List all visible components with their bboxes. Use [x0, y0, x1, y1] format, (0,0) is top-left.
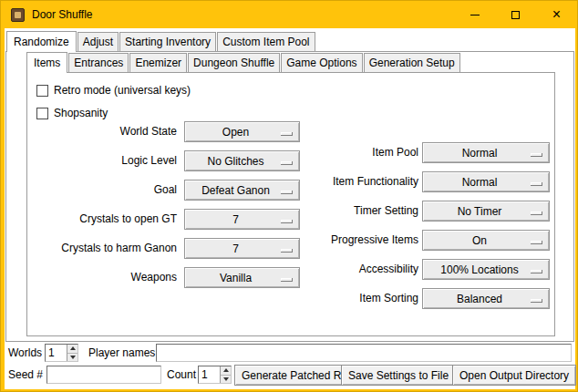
spin-down-icon — [70, 356, 76, 359]
option-row: Logic Level No Glitches Item Functionali… — [27, 150, 554, 171]
world-state-label: World State — [27, 121, 177, 142]
logic-level-dropdown[interactable]: No Glitches — [184, 150, 300, 171]
dropdown-value: 7 — [232, 242, 252, 255]
spin-down-button[interactable] — [221, 375, 231, 384]
count-label: Count — [167, 366, 196, 384]
player-names-label: Player names — [88, 344, 155, 362]
dropdown-value: No Glitches — [207, 155, 276, 168]
dropdown-value: Open — [222, 126, 262, 139]
item-sorting-label: Item Sorting — [310, 288, 418, 309]
client-area: Randomize Adjust Starting Inventory Cust… — [5, 28, 575, 389]
worlds-label: Worlds — [8, 344, 42, 362]
close-icon: × — [552, 7, 561, 22]
goal-label: Goal — [27, 180, 177, 201]
inner-tabbar: Items Entrances Enemizer Dungeon Shuffle… — [26, 54, 460, 72]
maximize-button[interactable] — [495, 1, 536, 28]
dropdown-indicator-icon — [281, 278, 293, 282]
tab-dungeon-shuffle[interactable]: Dungeon Shuffle — [188, 53, 280, 72]
goal-dropdown[interactable]: Defeat Ganon — [184, 180, 300, 201]
checkbox-shopsanity[interactable]: Shopsanity — [36, 107, 108, 120]
window-title: Door Shuffle — [32, 8, 93, 21]
world-state-dropdown[interactable]: Open — [184, 121, 300, 142]
spin-down-icon — [223, 377, 229, 381]
option-row: Goal Defeat Ganon Timer Setting No Timer — [27, 180, 554, 201]
dropdown-value: Vanilla — [220, 272, 264, 284]
minimize-button[interactable] — [454, 1, 495, 28]
spin-up-button[interactable] — [67, 345, 77, 353]
option-row: Crystals to open GT 7 Progressive Items … — [27, 209, 554, 230]
checkbox-label: Retro mode (universal keys) — [54, 84, 191, 98]
dropdown-indicator-icon — [281, 161, 293, 165]
dropdown-indicator-icon — [281, 191, 293, 194]
checkbox-icon — [36, 85, 48, 97]
worlds-spinner[interactable]: 1 — [45, 344, 78, 362]
dropdown-value: 7 — [232, 213, 252, 226]
crystals-open-gt-label: Crystals to open GT — [27, 209, 177, 230]
logic-level-label: Logic Level — [27, 150, 177, 171]
crystals-harm-ganon-dropdown[interactable]: 7 — [184, 238, 300, 259]
checkbox-icon — [36, 108, 48, 119]
minimize-icon — [470, 15, 480, 15]
window-controls: × — [454, 1, 577, 28]
option-row: Crystals to harm Ganon 7 Accessibility 1… — [27, 238, 554, 259]
checkbox-label: Shopsanity — [54, 107, 108, 120]
save-settings-button[interactable]: Save Settings to File — [341, 365, 456, 386]
spin-up-button[interactable] — [221, 366, 231, 375]
dropdown-indicator-icon — [281, 220, 293, 223]
count-value: 1 — [199, 366, 220, 383]
checkbox-retro-mode[interactable]: Retro mode (universal keys) — [36, 84, 191, 98]
tab-entrances[interactable]: Entrances — [68, 53, 129, 72]
dropdown-indicator-icon — [281, 249, 293, 253]
spin-up-icon — [223, 368, 229, 372]
app-icon — [11, 8, 25, 22]
dropdown-indicator-icon — [531, 299, 542, 303]
items-pane: Retro mode (universal keys) Shopsanity W… — [26, 72, 555, 336]
worlds-value: 1 — [46, 345, 67, 361]
item-sorting-dropdown[interactable]: Balanced — [422, 288, 550, 309]
spinner-arrows — [220, 366, 231, 383]
weapons-dropdown[interactable]: Vanilla — [184, 267, 300, 288]
tab-adjust[interactable]: Adjust — [77, 32, 119, 51]
seed-label: Seed # — [8, 366, 43, 384]
weapons-label: Weapons — [27, 267, 177, 288]
seed-input[interactable] — [46, 366, 161, 384]
spinner-arrows — [67, 345, 77, 361]
dropdown-value: Balanced — [457, 293, 515, 305]
tab-game-options[interactable]: Game Options — [281, 53, 362, 72]
player-names-input[interactable] — [156, 344, 572, 362]
crystals-harm-ganon-label: Crystals to harm Ganon — [27, 238, 177, 259]
app-window: Door Shuffle × Randomize Adjust Starting… — [0, 0, 578, 392]
open-output-directory-button[interactable]: Open Output Directory — [452, 365, 576, 386]
spin-up-icon — [70, 346, 76, 350]
dropdown-value: Defeat Ganon — [201, 184, 283, 197]
tab-generation-setup[interactable]: Generation Setup — [364, 53, 460, 72]
outer-tabbar: Randomize Adjust Starting Inventory Cust… — [6, 30, 315, 51]
maximize-icon — [511, 11, 520, 19]
dropdown-indicator-icon — [281, 132, 293, 136]
option-row: Weapons Vanilla Item Sorting Balanced — [27, 267, 554, 288]
spin-down-button[interactable] — [67, 353, 77, 362]
crystals-open-gt-dropdown[interactable]: 7 — [184, 209, 300, 230]
tab-enemizer[interactable]: Enemizer — [129, 53, 187, 72]
count-spinner[interactable]: 1 — [198, 366, 232, 384]
tab-starting-inventory[interactable]: Starting Inventory — [119, 32, 216, 51]
close-button[interactable]: × — [536, 1, 577, 28]
option-row: World State Open Item Pool Normal — [27, 121, 554, 142]
tab-custom-item-pool[interactable]: Custom Item Pool — [217, 32, 315, 51]
tab-items[interactable]: Items — [26, 52, 67, 73]
tab-randomize[interactable]: Randomize — [6, 31, 77, 52]
